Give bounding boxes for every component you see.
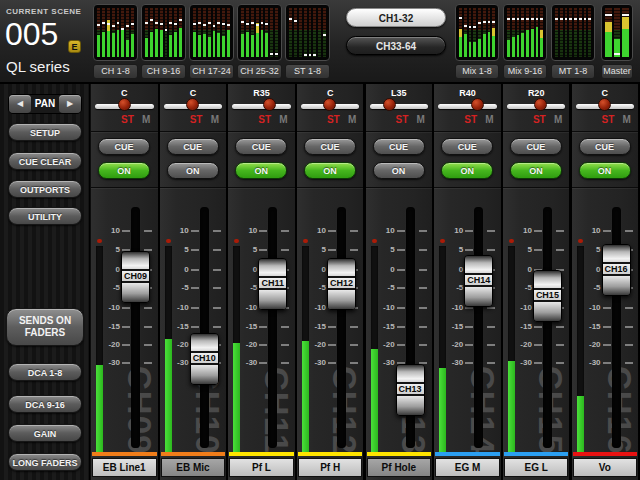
fader-track[interactable]: [200, 207, 209, 448]
sends-on-faders-button[interactable]: SENDS ONFADERS: [6, 308, 84, 346]
utility-button[interactable]: UTILITY: [8, 207, 82, 225]
pan-knob[interactable]: [118, 98, 131, 111]
meter-block-label-mix-1-8[interactable]: Mix 1-8: [455, 64, 499, 79]
fader-scale-mark: -15: [503, 322, 532, 331]
pan-nav-right-arrow-icon[interactable]: ▶: [59, 95, 81, 113]
cue-button[interactable]: CUE: [579, 138, 631, 155]
cue-clear-button[interactable]: CUE CLEAR: [8, 152, 82, 170]
fader-scale-tick: [397, 344, 405, 346]
on-button[interactable]: ON: [167, 162, 219, 179]
fader-track[interactable]: [337, 207, 346, 448]
fader-scale-tick: [465, 307, 473, 309]
meter-block-label-st-1-8[interactable]: ST 1-8: [285, 64, 330, 79]
long-faders-button[interactable]: LONG FADERS: [8, 453, 82, 471]
cue-button[interactable]: CUE: [98, 138, 150, 155]
scene-panel[interactable]: CURRENT SCENE 005 E QL series: [4, 2, 88, 80]
meter-bar: [294, 8, 297, 57]
fader-cap[interactable]: CH11: [258, 258, 287, 310]
meter-block-label-mix-9-16[interactable]: Mix 9-16: [503, 64, 547, 79]
fader-track[interactable]: [268, 207, 277, 448]
meter-block-label-ch-9-16[interactable]: CH 9-16: [141, 64, 186, 79]
fader-cap[interactable]: CH10: [190, 333, 219, 385]
pan-knob[interactable]: [471, 98, 484, 111]
channel-name[interactable]: EG M: [435, 458, 500, 477]
fader-cap[interactable]: CH14: [464, 255, 493, 307]
fader-track[interactable]: [474, 207, 483, 448]
pan-knob[interactable]: [534, 98, 547, 111]
meter-block-st-1-8[interactable]: [285, 4, 330, 61]
meter-block-label-master[interactable]: Master: [601, 64, 633, 79]
on-button[interactable]: ON: [441, 162, 493, 179]
meter-bar-segments: [584, 8, 587, 57]
cue-button[interactable]: CUE: [510, 138, 562, 155]
on-button[interactable]: ON: [304, 162, 356, 179]
on-button[interactable]: ON: [510, 162, 562, 179]
channel-meter-fill: [577, 396, 584, 452]
pan-knob[interactable]: [186, 98, 199, 111]
meter-block-ch-25-32[interactable]: [237, 4, 282, 61]
meter-block-label-ch-1-8[interactable]: CH 1-8: [93, 64, 138, 79]
meter-block-ch-9-16[interactable]: [141, 4, 186, 61]
cue-button[interactable]: CUE: [235, 138, 287, 155]
channel-name[interactable]: Vo: [573, 458, 638, 477]
pan-slider[interactable]: [370, 104, 429, 109]
meter-block-label-ch-25-32[interactable]: CH 25-32: [237, 64, 282, 79]
pan-knob[interactable]: [383, 98, 396, 111]
assign-indicators: STM: [434, 114, 501, 126]
dca-1-8-button[interactable]: DCA 1-8: [8, 363, 82, 381]
fader-scale-tick: [122, 362, 130, 364]
fader-cap[interactable]: CH15: [533, 270, 562, 322]
meter-bar-fill: [155, 29, 158, 57]
pan-slider[interactable]: [232, 104, 291, 109]
bank-ch33-64-button[interactable]: CH33-64: [346, 36, 446, 55]
channel-name[interactable]: Pf Hole: [367, 458, 432, 477]
on-button[interactable]: ON: [373, 162, 425, 179]
meter-block-mix-9-16[interactable]: [503, 4, 547, 61]
channel-name[interactable]: EB Mic: [161, 458, 226, 477]
cue-button[interactable]: CUE: [167, 138, 219, 155]
bank-ch1-32-button[interactable]: CH1-32: [346, 8, 446, 27]
meter-block-mt-1-8[interactable]: [551, 4, 595, 61]
fader-position-mark: [217, 22, 220, 24]
pan-nav-left-arrow-icon[interactable]: ◀: [9, 95, 31, 113]
meter-bar-fill: [241, 34, 244, 57]
meter-bar-segments: [318, 8, 321, 57]
pan-knob[interactable]: [598, 98, 611, 111]
channel-name[interactable]: EG L: [504, 458, 569, 477]
meter-bar: [217, 8, 220, 57]
meter-block-ch-1-8[interactable]: [93, 4, 138, 61]
meter-block-label-mt-1-8[interactable]: MT 1-8: [551, 64, 595, 79]
dca-9-16-button[interactable]: DCA 9-16: [8, 395, 82, 413]
on-button[interactable]: ON: [579, 162, 631, 179]
meter-block-master[interactable]: [601, 4, 633, 61]
meter-block-label-ch-17-24[interactable]: CH 17-24: [189, 64, 234, 79]
setup-button[interactable]: SETUP: [8, 123, 82, 141]
fader-cap[interactable]: CH13: [396, 364, 425, 416]
cue-button[interactable]: CUE: [373, 138, 425, 155]
fader-position-mark: [289, 18, 292, 20]
pan-knob[interactable]: [263, 98, 276, 111]
outports-button[interactable]: OUTPORTS: [8, 180, 82, 198]
on-button[interactable]: ON: [98, 162, 150, 179]
cue-button[interactable]: CUE: [304, 138, 356, 155]
meter-block-ch-17-24[interactable]: [189, 4, 234, 61]
meter-bar-fill: [521, 33, 524, 58]
pan-knob[interactable]: [323, 98, 336, 111]
meter-bar-fill: [536, 27, 539, 57]
fader-cap[interactable]: CH09: [121, 251, 150, 303]
fader-cap[interactable]: CH16: [602, 244, 631, 296]
channel-name[interactable]: EB Line1: [92, 458, 157, 477]
pan-slider[interactable]: [438, 104, 497, 109]
fader-track[interactable]: [131, 207, 140, 448]
fader-scale-tick: [487, 307, 495, 309]
fader-position-mark: [323, 34, 326, 36]
fader-track[interactable]: [543, 207, 552, 448]
channel-name[interactable]: Pf H: [298, 458, 363, 477]
fader-cap[interactable]: CH12: [327, 258, 356, 310]
on-button[interactable]: ON: [235, 162, 287, 179]
gain-button[interactable]: GAIN: [8, 424, 82, 442]
fader-scale-mark: -10: [366, 303, 395, 312]
channel-name[interactable]: Pf L: [229, 458, 294, 477]
meter-block-mix-1-8[interactable]: [455, 4, 499, 61]
cue-button[interactable]: CUE: [441, 138, 493, 155]
